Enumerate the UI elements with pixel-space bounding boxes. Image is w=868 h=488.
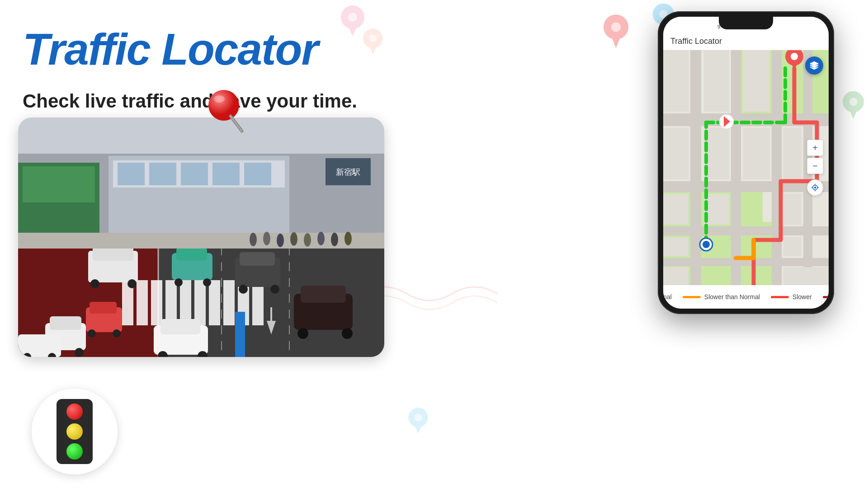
svg-rect-79: [301, 286, 346, 303]
svg-point-91: [290, 232, 297, 246]
svg-rect-37: [23, 166, 95, 202]
svg-point-72: [175, 278, 183, 286]
svg-rect-134: [810, 63, 818, 65]
traffic-light-green: [66, 443, 83, 460]
svg-rect-33: [244, 163, 271, 185]
svg-rect-135: [810, 65, 818, 66]
svg-point-137: [814, 187, 816, 189]
svg-rect-115: [663, 194, 689, 225]
svg-point-73: [203, 278, 211, 286]
svg-rect-136: [810, 66, 818, 68]
svg-point-95: [344, 232, 352, 245]
layers-button[interactable]: [805, 56, 823, 75]
zoom-in-button[interactable]: +: [807, 140, 823, 156]
svg-point-11: [849, 98, 858, 106]
svg-point-94: [331, 233, 338, 246]
svg-point-80: [297, 328, 308, 339]
svg-rect-44: [137, 280, 148, 325]
svg-rect-63: [18, 334, 61, 357]
right-section: 9:41 Traffic Locator: [651, 11, 841, 314]
svg-point-69: [270, 285, 279, 294]
deco-pin-blue2: [407, 407, 429, 437]
svg-line-24: [231, 116, 242, 131]
svg-point-9: [843, 91, 864, 113]
svg-marker-10: [849, 108, 859, 119]
svg-point-128: [703, 241, 710, 248]
svg-point-81: [342, 328, 353, 339]
svg-rect-104: [690, 50, 701, 285]
svg-rect-87: [18, 233, 384, 249]
legend-item-slower: Slower: [771, 293, 812, 300]
svg-rect-108: [704, 50, 729, 112]
traffic-light-yellow: [66, 423, 83, 440]
location-icon: [811, 183, 819, 192]
phone-app-bar: Traffic Locator: [663, 33, 829, 50]
pushpin-decoration: [206, 88, 242, 129]
phone-map-area[interactable]: + −: [663, 50, 829, 285]
left-section: Traffic Locator Check live traffic and s…: [18, 0, 407, 488]
svg-rect-45: [151, 280, 162, 325]
legend-item-slower-than-normal: Slower than Normal: [683, 293, 760, 300]
svg-rect-105: [731, 50, 741, 285]
svg-rect-86: [235, 312, 245, 357]
svg-rect-120: [663, 267, 689, 285]
svg-rect-119: [663, 237, 689, 256]
app-title: Traffic Locator: [23, 27, 318, 71]
svg-rect-31: [181, 163, 208, 185]
traffic-light-red: [66, 404, 83, 420]
phone-screen: 9:41 Traffic Locator: [663, 17, 829, 309]
svg-rect-29: [118, 163, 145, 185]
zoom-out-button[interactable]: −: [807, 158, 823, 174]
svg-rect-50: [223, 280, 235, 325]
phone-mockup: 9:41 Traffic Locator: [658, 11, 834, 314]
street-scene-svg: 新宿駅: [18, 117, 384, 357]
svg-point-76: [90, 279, 99, 288]
legend-label-slower-than-normal: Slower than Normal: [704, 293, 760, 300]
svg-rect-30: [149, 163, 176, 185]
svg-rect-71: [176, 248, 207, 260]
svg-marker-7: [610, 34, 622, 48]
app-subtitle: Check live traffic and save your time.: [23, 90, 357, 112]
svg-point-61: [88, 329, 96, 338]
traffic-photo: 新宿駅: [18, 117, 384, 357]
legend-bar: Normal Slower than Normal Slower Heavy: [663, 285, 829, 309]
svg-marker-19: [414, 423, 423, 433]
svg-point-77: [127, 279, 137, 288]
svg-point-58: [75, 348, 84, 357]
svg-point-89: [263, 232, 270, 245]
legend-label-slower: Slower: [793, 293, 812, 300]
svg-point-21: [208, 90, 239, 121]
location-button[interactable]: [807, 179, 823, 196]
svg-rect-113: [743, 128, 770, 179]
svg-rect-121: [783, 267, 829, 285]
svg-point-93: [317, 232, 325, 245]
svg-rect-111: [663, 128, 689, 179]
legend-label-normal: Normal: [663, 293, 672, 300]
phone-notch: [719, 17, 773, 29]
svg-rect-109: [663, 50, 689, 112]
svg-rect-110: [743, 50, 770, 112]
svg-point-133: [791, 53, 798, 60]
svg-rect-54: [270, 307, 272, 321]
layers-icon: [809, 61, 819, 70]
legend-line-slower-than-normal: [683, 296, 701, 298]
svg-rect-48: [194, 280, 206, 325]
legend-item-normal: Normal: [663, 293, 672, 300]
pushpin-icon: [206, 88, 246, 133]
svg-point-22: [214, 95, 225, 103]
legend-item-heavy: Heavy: [823, 293, 829, 300]
traffic-light-body: [57, 399, 93, 464]
svg-rect-118: [783, 237, 802, 256]
svg-rect-106: [772, 50, 782, 285]
svg-point-18: [408, 408, 428, 427]
svg-point-92: [304, 233, 311, 247]
svg-rect-67: [240, 252, 275, 266]
legend-line-heavy: [823, 296, 829, 298]
legend-line-slower: [771, 296, 789, 298]
svg-point-88: [250, 233, 257, 246]
svg-text:新宿駅: 新宿駅: [336, 168, 360, 177]
phone-app-title: Traffic Locator: [670, 37, 821, 46]
svg-point-68: [239, 285, 248, 294]
svg-rect-83: [160, 319, 200, 334]
svg-rect-32: [212, 163, 240, 185]
